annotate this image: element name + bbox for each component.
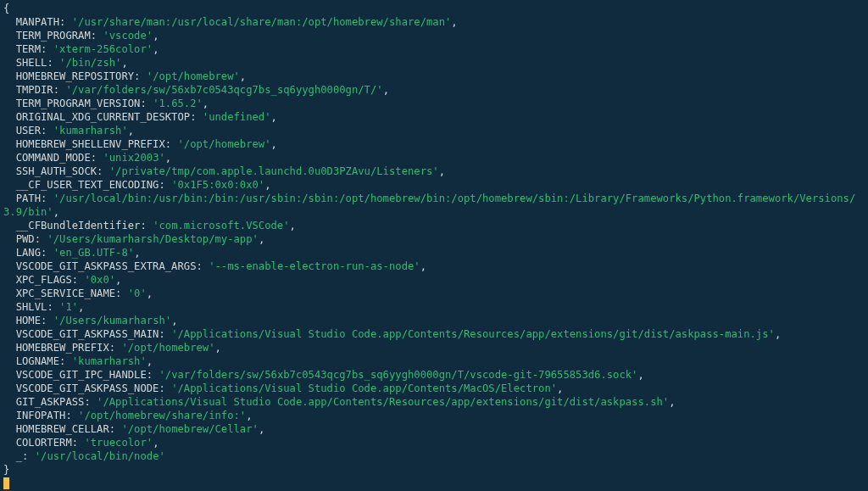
env-value: 'kumarharsh' [72, 355, 147, 367]
colon-sep: : [190, 111, 203, 123]
cursor-icon [3, 477, 9, 489]
comma: , [128, 125, 134, 137]
env-value: 'kumarharsh' [53, 125, 128, 137]
terminal-output[interactable]: { MANPATH: '/usr/share/man:/usr/local/sh… [0, 0, 868, 490]
colon-sep: : [41, 315, 53, 326]
env-key: HOMEBREW_SHELLENV_PREFIX [16, 138, 165, 150]
colon-sep: : [196, 260, 209, 272]
env-value: 'undefined' [203, 111, 271, 123]
env-key: TMPDIR [16, 84, 53, 96]
comma: , [383, 84, 389, 96]
comma: , [153, 30, 159, 42]
env-key: INFOPATH [16, 410, 66, 421]
comma: , [557, 382, 563, 394]
colon-sep: : [91, 30, 103, 42]
env-key: LANG [16, 247, 41, 259]
env-key: _ [16, 450, 22, 462]
env-value: '/opt/homebrew' [147, 70, 240, 82]
env-key: VSCODE_GIT_ASKPASS_MAIN [16, 328, 159, 340]
colon-sep: : [140, 98, 153, 109]
env-entries-block: MANPATH: '/usr/share/man:/usr/local/shar… [3, 16, 855, 462]
colon-sep: : [41, 247, 53, 259]
colon-sep: : [22, 450, 35, 462]
env-key: ORIGINAL_XDG_CURRENT_DESKTOP [16, 111, 190, 123]
env-value: '1.65.2' [153, 98, 203, 109]
comma: , [669, 396, 675, 408]
env-key: SSH_AUTH_SOCK [16, 165, 97, 177]
colon-sep: : [41, 125, 53, 137]
env-value: '/var/folders/sw/56xb7c0543qcg7bs_sq6yyg… [159, 369, 637, 381]
comma: , [637, 369, 643, 381]
colon-sep: : [91, 152, 103, 164]
env-value: '/opt/homebrew/Cellar' [121, 423, 258, 435]
colon-sep: : [109, 423, 122, 435]
colon-sep: : [59, 355, 72, 367]
env-key: GIT_ASKPASS [16, 396, 85, 408]
env-key: HOMEBREW_PREFIX [16, 342, 109, 354]
colon-sep: : [65, 410, 78, 421]
env-key: SHELL [16, 57, 47, 69]
env-value: '--ms-enable-electron-run-as-node' [209, 260, 420, 272]
env-value: '/usr/local/bin/node' [35, 450, 165, 462]
env-key: PWD [16, 233, 35, 245]
env-key: LOGNAME [16, 355, 59, 367]
env-value: '/Applications/Visual Studio Code.app/Co… [171, 328, 775, 340]
comma: , [134, 247, 140, 259]
env-value: 'xterm-256color' [53, 43, 153, 55]
env-value: '/Applications/Visual Studio Code.app/Co… [97, 396, 669, 408]
comma: , [147, 287, 153, 299]
close-brace: } [3, 464, 9, 476]
comma: , [53, 206, 59, 218]
env-key: MANPATH [16, 16, 59, 28]
colon-sep: : [97, 165, 109, 177]
env-value: '/private/tmp/com.apple.launchd.0u0D3PZA… [109, 165, 439, 177]
env-value: '/usr/share/man:/usr/local/share/man:/op… [72, 16, 452, 28]
comma: , [775, 328, 781, 340]
env-key: TERM_PROGRAM_VERSION [16, 98, 141, 109]
env-value: '/Users/kumarharsh' [53, 315, 171, 326]
colon-sep: : [72, 437, 85, 449]
env-value: 'en_GB.UTF-8' [53, 247, 134, 259]
comma: , [246, 410, 252, 421]
env-value: '/usr/local/bin:/usr/bin:/bin:/usr/sbin:… [3, 192, 855, 218]
colon-sep: : [115, 287, 128, 299]
colon-sep: : [147, 369, 159, 381]
env-key: COLORTERM [16, 437, 72, 449]
colon-sep: : [47, 57, 59, 69]
env-key: USER [16, 125, 41, 137]
env-value: '/opt/homebrew/share/info:' [78, 410, 246, 421]
env-key: __CF_USER_TEXT_ENCODING [16, 179, 159, 191]
comma: , [271, 138, 277, 150]
comma: , [259, 233, 264, 245]
env-value: '/var/folders/sw/56xb7c0543qcg7bs_sq6yyg… [65, 84, 382, 96]
env-value: '/bin/zsh' [59, 57, 121, 69]
comma: , [264, 179, 270, 191]
env-key: VSCODE_GIT_IPC_HANDLE [16, 369, 147, 381]
comma: , [439, 165, 445, 177]
env-key: VSCODE_GIT_ASKPASS_EXTRA_ARGS [16, 260, 197, 272]
colon-sep: : [72, 274, 85, 286]
env-value: '/Applications/Visual Studio Code.app/Co… [171, 382, 557, 394]
env-key: TERM [16, 43, 41, 55]
open-brace: { [3, 3, 9, 14]
env-key: PATH [16, 192, 41, 204]
env-key: SHLVL [16, 301, 47, 313]
env-key: __CFBundleIdentifier [16, 220, 141, 232]
colon-sep: : [140, 220, 153, 232]
comma: , [215, 342, 221, 354]
colon-sep: : [53, 84, 66, 96]
env-value: 'vscode' [103, 30, 153, 42]
env-value: '0x1F5:0x0:0x0' [171, 179, 264, 191]
env-value: '/Users/kumarharsh/Desktop/my-app' [47, 233, 258, 245]
comma: , [153, 437, 159, 449]
comma: , [259, 423, 264, 435]
colon-sep: : [165, 138, 178, 150]
comma: , [271, 111, 277, 123]
comma: , [153, 43, 159, 55]
colon-sep: : [109, 342, 122, 354]
comma: , [420, 260, 426, 272]
comma: , [115, 274, 121, 286]
comma: , [240, 70, 246, 82]
env-value: 'truecolor' [84, 437, 153, 449]
comma: , [290, 220, 296, 232]
